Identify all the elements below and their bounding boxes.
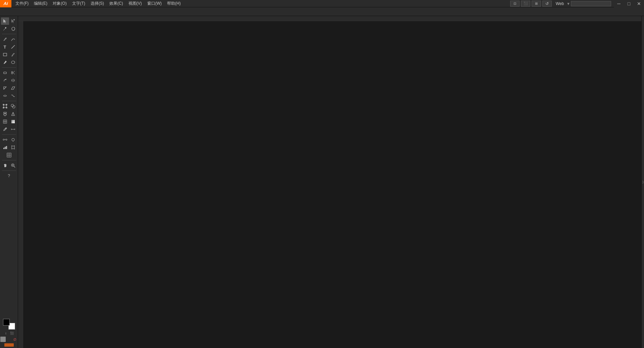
tool-group-slice [0,151,18,159]
pencil-tool[interactable] [9,51,17,58]
tool-group-selection [0,17,18,25]
tool-group-rotate [0,77,18,84]
menu-edit[interactable]: 编辑(E) [31,0,50,7]
window-controls: ─ □ ✕ [614,0,644,7]
curvature-pen-tool[interactable] [9,36,17,43]
svg-point-12 [11,73,13,74]
svg-line-26 [13,112,15,116]
svg-line-53 [14,166,15,167]
svg-line-6 [11,45,15,49]
separator-3 [2,101,16,101]
svg-point-11 [11,71,13,73]
close-button[interactable]: ✕ [634,0,644,7]
svg-line-25 [11,112,13,116]
zoom-tool[interactable] [9,162,17,169]
svg-rect-20 [3,107,4,108]
svg-rect-7 [3,53,7,56]
rotate-view-icon[interactable]: ↺ [542,1,552,7]
no-fill-icon[interactable]: ∅ [12,337,18,342]
default-colors-icon[interactable]: ⬛ [9,331,15,336]
magic-wand-tool[interactable] [1,25,9,32]
menu-file[interactable]: 文件(F) [13,0,31,7]
eraser-tool[interactable] [1,69,9,76]
svg-rect-43 [6,146,7,149]
left-toolbar: T [0,16,18,348]
menu-effect[interactable]: 效果(C) [107,0,126,7]
tool-group-paint [0,110,18,118]
svg-rect-41 [3,148,4,149]
color-boxes [3,319,15,330]
selection-tool[interactable] [1,17,9,25]
tool-group-freetransform [0,102,18,110]
slice-tool[interactable] [5,151,13,159]
perspective-grid-tool[interactable] [9,110,17,118]
column-graph-tool[interactable] [1,144,9,151]
svg-point-2 [13,19,15,20]
menu-object[interactable]: 对象(O) [50,0,69,7]
canvas-area[interactable] [23,21,641,348]
rotate-tool[interactable] [1,77,9,84]
minimize-button[interactable]: ─ [614,0,624,7]
accent-rectangle [4,343,14,347]
mesh-tool[interactable] [1,118,9,125]
tool-group-handview [0,162,18,169]
swap-colors-icon[interactable]: ↕ [3,331,9,336]
color-fill-icon[interactable] [0,337,6,342]
direct-selection-tool[interactable] [9,17,17,25]
reflect-tool[interactable] [9,77,17,84]
svg-line-3 [3,28,6,30]
measure-tool[interactable] [9,126,17,133]
menu-window[interactable]: 窗口(W) [145,0,164,7]
blob-brush-tool[interactable] [9,59,17,66]
line-segment-tool[interactable] [9,43,17,51]
svg-line-15 [4,87,6,89]
svg-marker-16 [11,87,15,89]
separator-4 [2,134,16,135]
right-panel[interactable]: ⟩ [641,16,644,348]
ai-logo: Ai [0,0,11,7]
menu-view[interactable]: 视图(V) [126,0,145,7]
rect-tool[interactable] [1,51,9,58]
grid-icon[interactable]: ⊞ [532,1,541,7]
foreground-color-box[interactable] [3,319,10,326]
canvas-row [18,21,641,348]
lasso-tool[interactable] [9,25,17,32]
pen-tool[interactable] [1,36,9,43]
gradient-fill-icon[interactable] [6,337,12,342]
restore-button[interactable]: □ [624,0,634,7]
shape-builder-tool[interactable] [9,102,17,110]
tool-group-scale [0,84,18,92]
symbol-sprayer-tool[interactable] [9,136,17,143]
free-transform-tool[interactable] [1,102,9,110]
type-tool[interactable]: T [1,43,9,51]
warp-tool[interactable] [9,92,17,99]
artboard-tool[interactable] [9,144,17,151]
width-tool[interactable] [1,92,9,99]
menu-help[interactable]: 帮助(H) [164,0,183,7]
question-tool[interactable]: ? [5,172,13,180]
live-paint-bucket[interactable] [1,110,9,118]
svg-marker-0 [3,19,6,23]
tool-group-blend [0,136,18,143]
shear-tool[interactable] [9,84,17,92]
tool-group-pen [0,36,18,43]
svg-point-4 [5,27,6,28]
artboard-icon[interactable]: ⬛ [521,1,530,7]
eyedropper-tool[interactable] [1,126,9,133]
right-panel-expand-icon: ⟩ [642,180,644,184]
menu-type[interactable]: 文字(T) [69,0,88,7]
menu-select[interactable]: 选择(S) [88,0,107,7]
paintbrush-tool[interactable] [1,59,9,66]
top-ruler [18,16,641,21]
scissors-tool[interactable] [9,69,17,76]
blend-tool[interactable] [1,136,9,143]
scale-tool[interactable] [1,84,9,92]
arrange-icon[interactable]: ⊡ [510,1,520,7]
gradient-tool[interactable] [9,118,17,125]
separator-1 [2,34,16,34]
workspace-label[interactable]: Web [554,1,566,6]
title-bar: Ai 文件(F) 编辑(E) 对象(O) 文字(T) 选择(S) 效果(C) 视… [0,0,644,7]
svg-rect-42 [5,147,6,149]
hand-tool[interactable] [1,162,9,169]
search-input[interactable] [571,1,611,6]
